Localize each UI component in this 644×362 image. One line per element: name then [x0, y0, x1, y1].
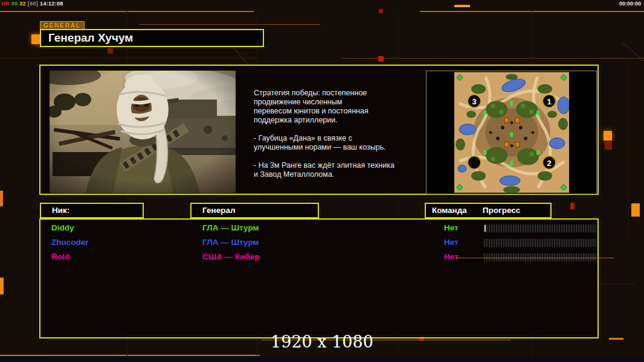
minimap: 3 1 2: [426, 71, 597, 194]
decor-line: [456, 258, 596, 258]
briefing-paragraph: Стратегия победы: постепенное продвижени…: [254, 89, 426, 125]
decor-square: [605, 142, 612, 150]
portrait-image: [50, 71, 236, 193]
briefing-paragraph: - На 3м Ранге вас ждёт элитная техника и…: [254, 161, 426, 179]
player-team: Нет: [444, 250, 459, 264]
column-header-team-progress: КомандаПрогресс: [425, 203, 552, 218]
player-row: Diddy ГЛА — Штурм Нет: [40, 221, 597, 235]
bottom-strip: [0, 357, 644, 362]
minimap-image: 3 1 2: [454, 72, 569, 193]
general-info-panel: Стратегия победы: постепенное продвижени…: [39, 65, 599, 195]
general-title: Генерал Хучум: [40, 29, 264, 47]
start-position-1: 1: [547, 97, 551, 106]
column-header-nick: Ник:: [40, 203, 144, 218]
resolution-label: 1920 x 1080: [0, 332, 644, 351]
decor-square: [0, 191, 3, 206]
player-row: Rold США — Кибер Нет: [40, 250, 597, 264]
column-header-team: Команда: [432, 206, 467, 215]
start-position-3: 3: [472, 97, 476, 106]
player-nick: Rold: [51, 250, 69, 264]
decor-line: [597, 258, 614, 258]
decor-line: [628, 58, 629, 239]
player-nick: Zhucoder: [51, 235, 89, 250]
decor-square: [108, 48, 113, 54]
decor-line: [454, 5, 470, 7]
column-header-progress: Прогресс: [483, 206, 520, 215]
decor-line: [139, 24, 320, 25]
progress-bar: [483, 224, 597, 233]
progress-bar: [483, 238, 597, 247]
column-header-general: Генерал: [190, 203, 319, 218]
network-status: UR3032[60]14:12:08: [1, 1, 65, 7]
strategy-briefing: Стратегия победы: постепенное продвижени…: [254, 89, 426, 188]
decor-line: [341, 58, 644, 59]
loading-screen: UR3032[60]14:12:08 00:00:00 GENERAL Гене…: [0, 0, 644, 362]
player-nick: Diddy: [51, 221, 74, 235]
player-team: Нет: [444, 221, 459, 235]
general-tab: GENERAL: [40, 21, 85, 30]
briefing-paragraph: - Гаубица «Дана» в связке с улучшенными …: [254, 134, 426, 152]
player-row: Zhucoder ГЛА — Штурм Нет: [40, 235, 597, 250]
player-general: ГЛА — Штурм: [202, 221, 259, 235]
net-stat-2: 32: [19, 1, 26, 7]
decor-square: [604, 131, 612, 141]
progress-cursor: [485, 225, 486, 232]
decor-square: [379, 9, 383, 13]
net-stat-3: [60]: [28, 1, 38, 7]
player-general: ГЛА — Штурм: [202, 235, 259, 250]
players-panel: Diddy ГЛА — Штурм Нет Zhucoder ГЛА — Шту…: [39, 218, 599, 338]
decor-square: [631, 203, 640, 217]
decor-square: [378, 56, 384, 62]
net-label: UR: [1, 1, 10, 7]
start-position-2: 2: [547, 159, 551, 168]
decor-line: [0, 355, 260, 356]
clock-left: 14:12:08: [40, 1, 63, 7]
decor-square: [570, 203, 575, 209]
decor-diagonal: [622, 42, 644, 66]
net-stat-1: 30: [11, 1, 18, 7]
general-portrait: [50, 71, 236, 193]
player-team: Нет: [444, 235, 459, 250]
player-general: США — Кибер: [202, 250, 260, 264]
timer: 00:00:00: [619, 1, 641, 7]
decor-square: [0, 278, 4, 294]
